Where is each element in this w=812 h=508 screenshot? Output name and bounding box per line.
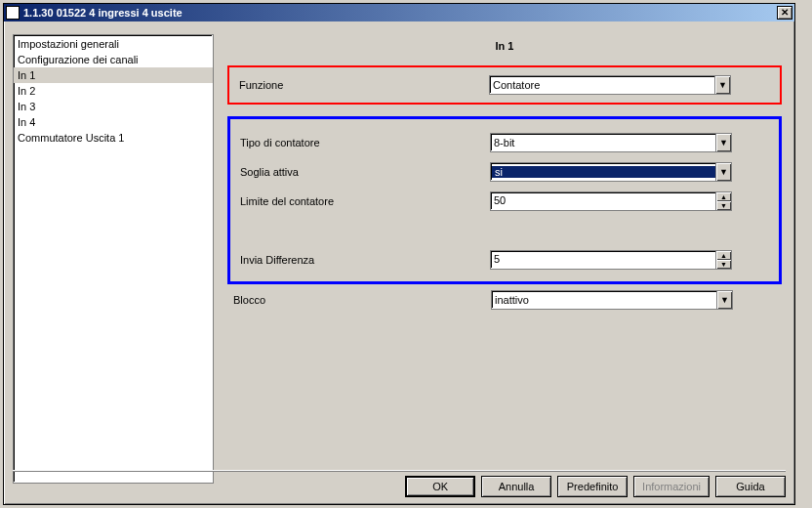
chevron-down-icon: ▼ xyxy=(715,163,731,181)
funzione-combo[interactable]: Contatore ▼ xyxy=(489,75,731,95)
sidebar-item-in3[interactable]: In 3 xyxy=(14,99,213,114)
sidebar: Impostazioni generali Configurazione dei… xyxy=(13,34,214,484)
sidebar-item-in2[interactable]: In 2 xyxy=(14,83,213,99)
sidebar-item-in1[interactable]: In 1 xyxy=(14,67,213,83)
group-funzione: Funzione Contatore ▼ xyxy=(227,65,782,105)
client-area: Impostazioni generali Configurazione dei… xyxy=(7,24,792,501)
app-icon xyxy=(6,6,20,20)
spin-up-icon[interactable]: ▲ xyxy=(715,192,731,201)
differenza-spinner[interactable]: 5 ▲ ▼ xyxy=(490,250,732,270)
sidebar-item-impostazioni-generali[interactable]: Impostazioni generali xyxy=(14,36,213,52)
close-button[interactable]: ✕ xyxy=(777,6,792,20)
funzione-label: Funzione xyxy=(235,79,489,91)
window-frame: 1.1.30 01522 4 ingressi 4 uscite ✕ Impos… xyxy=(3,3,795,505)
limite-label: Limite del contatore xyxy=(236,195,490,207)
tipo-value: 8-bit xyxy=(491,137,715,148)
window-title: 1.1.30 01522 4 ingressi 4 uscite xyxy=(23,7,777,19)
sidebar-item-configurazione-canali[interactable]: Configurazione dei canali xyxy=(14,52,213,67)
funzione-value: Contatore xyxy=(490,79,714,91)
blocco-label: Blocco xyxy=(233,294,491,306)
page-title: In 1 xyxy=(223,34,786,65)
content-area: Impostazioni generali Configurazione dei… xyxy=(13,34,786,466)
group-parametri: Tipo di contatore 8-bit ▼ Soglia attiva xyxy=(227,116,782,284)
ok-button[interactable]: OK xyxy=(405,476,475,497)
soglia-value: si xyxy=(492,166,715,178)
soglia-combo[interactable]: si ▼ xyxy=(490,162,732,182)
differenza-value: 5 xyxy=(491,251,715,269)
chevron-down-icon: ▼ xyxy=(716,291,732,309)
sidebar-item-in4[interactable]: In 4 xyxy=(14,114,213,130)
blocco-combo[interactable]: inattivo ▼ xyxy=(491,290,733,310)
chevron-down-icon: ▼ xyxy=(715,134,731,151)
tipo-combo[interactable]: 8-bit ▼ xyxy=(490,133,732,152)
annulla-button[interactable]: Annulla xyxy=(481,476,551,497)
predefinito-button[interactable]: Predefinito xyxy=(557,476,628,497)
button-bar: OK Annulla Predefinito Informazioni Guid… xyxy=(13,470,786,497)
chevron-down-icon: ▼ xyxy=(714,76,730,94)
limite-value: 50 xyxy=(491,192,715,210)
informazioni-button: Informazioni xyxy=(633,476,710,497)
spin-down-icon[interactable]: ▼ xyxy=(715,201,731,210)
limite-spinner[interactable]: 50 ▲ ▼ xyxy=(490,191,732,211)
differenza-label: Invia Differenza xyxy=(236,254,490,266)
tipo-label: Tipo di contatore xyxy=(236,137,490,148)
main-panel: In 1 Funzione Contatore ▼ xyxy=(223,34,786,484)
spin-up-icon[interactable]: ▲ xyxy=(715,251,731,260)
spin-down-icon[interactable]: ▼ xyxy=(715,260,731,269)
blocco-value: inattivo xyxy=(492,294,716,306)
titlebar: 1.1.30 01522 4 ingressi 4 uscite ✕ xyxy=(4,4,794,21)
guida-button[interactable]: Guida xyxy=(715,476,786,497)
soglia-label: Soglia attiva xyxy=(236,166,490,178)
sidebar-item-commutatore-uscita1[interactable]: Commutatore Uscita 1 xyxy=(14,130,213,146)
